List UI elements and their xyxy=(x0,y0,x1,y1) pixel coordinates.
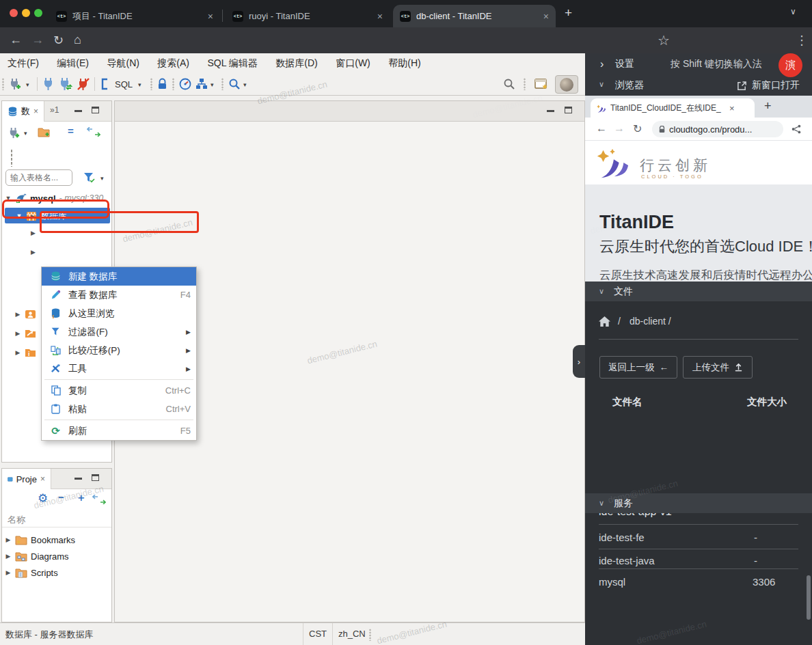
tree-expanded-icon[interactable]: ▼ xyxy=(5,195,12,202)
table-filter-input[interactable] xyxy=(5,169,72,186)
tree-node-users[interactable]: ▶ xyxy=(14,306,36,322)
tree-collapsed-icon[interactable]: ▶ xyxy=(31,230,36,236)
upload-file-button[interactable]: 上传文件 xyxy=(683,356,753,379)
browser-tab-3-active[interactable]: <t> db-client - TitanIDE × xyxy=(393,5,556,27)
menu-navigate[interactable]: 导航(N) xyxy=(99,53,146,72)
expand-side-panel-handle[interactable]: › xyxy=(573,345,585,378)
share-nodes-icon[interactable] xyxy=(791,124,801,134)
new-connection-icon[interactable] xyxy=(8,77,22,91)
new-connection-icon[interactable] xyxy=(8,126,21,139)
tree-node-bookmarks[interactable]: ▶ Bookmarks xyxy=(5,532,75,548)
minimize-panel-icon[interactable] xyxy=(75,478,82,480)
bookmark-star-icon[interactable]: ☆ xyxy=(658,32,670,49)
menu-item-view-database[interactable]: 查看 数据库 F4 xyxy=(42,286,196,304)
tree-collapsed-icon[interactable]: ▶ xyxy=(5,536,12,543)
reconnect-icon[interactable] xyxy=(59,77,72,91)
scrollbar-thumb[interactable] xyxy=(807,575,811,620)
chrome-menu-icon[interactable]: ⋮ xyxy=(796,33,808,48)
perspective-icon[interactable] xyxy=(534,78,548,90)
status-locale[interactable]: zh_CN xyxy=(338,629,366,639)
inner-address-bar[interactable]: cloudtogo.cn/produ... xyxy=(652,121,783,137)
back-icon[interactable]: ← xyxy=(596,122,607,135)
macos-zoom-button[interactable] xyxy=(34,9,42,17)
quick-search-icon[interactable] xyxy=(503,78,515,90)
tree-node-databases-selected[interactable]: ▼ 数据库 xyxy=(5,208,110,223)
browser-section-row[interactable]: ∨ 浏览器 新窗口打开 xyxy=(585,74,812,96)
tab-close-icon[interactable]: × xyxy=(377,11,383,22)
collapse-all-icon[interactable]: − xyxy=(58,491,64,503)
forward-icon[interactable]: → xyxy=(31,33,44,47)
maximize-editor-icon[interactable] xyxy=(565,107,572,113)
link-with-editor-icon[interactable] xyxy=(92,495,106,504)
settings-gear-icon[interactable]: ⚙ xyxy=(38,491,48,506)
inner-browser-tab[interactable]: TitanIDE_CloudIDE_在线IDE_ × xyxy=(591,98,755,118)
link-with-editor-icon[interactable] xyxy=(87,127,100,137)
menu-file[interactable]: 文件(F) xyxy=(0,53,46,72)
expand-all-icon[interactable]: ＋ xyxy=(76,491,86,504)
filter-dropdown-icon[interactable]: ▾ xyxy=(100,175,104,182)
menu-sql-editor[interactable]: SQL 编辑器 xyxy=(200,53,265,72)
new-connection-dropdown-icon[interactable]: ▾ xyxy=(26,81,29,88)
user-account-button[interactable] xyxy=(555,75,578,94)
new-folder-icon[interactable] xyxy=(38,126,51,138)
tree-expanded-icon[interactable]: ▼ xyxy=(16,212,23,219)
filter-funnel-icon[interactable] xyxy=(83,171,95,184)
dashboard-gauge-icon[interactable] xyxy=(179,78,191,90)
menu-item-copy[interactable]: 复制 Ctrl+C xyxy=(42,381,196,400)
open-new-window-label[interactable]: 新窗口打开 xyxy=(752,79,800,92)
menu-item-compare-migrate[interactable]: 比较/迁移(P) ▶ xyxy=(42,341,196,359)
more-views-indicator[interactable]: »1 xyxy=(50,105,59,115)
reload-icon[interactable]: ↻ xyxy=(633,122,642,135)
tree-collapsed-icon[interactable]: ▶ xyxy=(5,553,12,560)
macos-close-button[interactable] xyxy=(10,9,18,17)
tree-collapsed-icon[interactable]: ▶ xyxy=(14,311,21,318)
maximize-panel-icon[interactable] xyxy=(92,474,99,481)
tree-node-system-info[interactable]: ▶ i xyxy=(14,344,36,361)
tab-close-icon[interactable]: × xyxy=(208,11,213,22)
menu-edit[interactable]: 编辑(E) xyxy=(49,53,96,72)
home-icon[interactable]: ⌂ xyxy=(74,33,81,47)
browser-tab-1[interactable]: <t> 项目 - TitanIDE × xyxy=(49,5,220,27)
back-icon[interactable]: ← xyxy=(10,33,22,47)
tab-close-icon[interactable]: × xyxy=(40,474,45,484)
home-icon[interactable] xyxy=(599,316,610,327)
new-tab-button[interactable]: + xyxy=(565,5,572,20)
tab-database-navigator[interactable]: 数 × xyxy=(2,101,44,122)
menu-search[interactable]: 搜索(A) xyxy=(150,53,197,72)
menu-help[interactable]: 帮助(H) xyxy=(381,53,428,72)
tree-node-diagrams[interactable]: ▶ Diagrams xyxy=(5,548,69,564)
new-connection-dropdown-icon[interactable]: ▾ xyxy=(24,130,27,137)
collapse-all-icon[interactable]: = xyxy=(68,125,74,137)
search-dropdown-icon[interactable]: ▾ xyxy=(243,81,247,88)
sql-mode-dropdown-icon[interactable]: ▾ xyxy=(138,81,141,88)
menu-item-browse-from-here[interactable]: 从这里浏览 xyxy=(42,304,196,322)
tree-node-mysql[interactable]: ▼ mysql - mysql:330 xyxy=(5,190,121,206)
menu-item-create-database[interactable]: 新建 数据库 xyxy=(42,267,196,286)
inner-new-tab-icon[interactable]: + xyxy=(764,99,772,113)
demo-badge[interactable]: 演 xyxy=(779,53,802,77)
disconnect-icon[interactable] xyxy=(77,77,90,91)
tree-node-administer[interactable]: ▶ xyxy=(14,325,36,342)
breadcrumb-path[interactable]: db-client / xyxy=(630,316,671,327)
forward-icon[interactable]: → xyxy=(614,122,625,135)
tab-projects[interactable]: Proje × xyxy=(2,469,51,489)
name-column-header[interactable]: 名称 xyxy=(2,511,111,527)
tree-collapsed-icon[interactable]: ▶ xyxy=(31,249,36,256)
tree-node-scripts[interactable]: ▶ Scripts xyxy=(5,564,58,581)
menu-database[interactable]: 数据库(D) xyxy=(268,53,325,72)
go-up-button[interactable]: 返回上一级 ← xyxy=(599,356,677,379)
transaction-mode-icon[interactable] xyxy=(100,78,111,90)
status-timezone[interactable]: CST xyxy=(309,629,327,639)
menu-item-tools[interactable]: 工具 ▶ xyxy=(42,359,196,378)
services-section-header[interactable]: ∨ 服务 xyxy=(585,493,812,513)
minimize-editor-icon[interactable] xyxy=(547,110,554,112)
tree-collapsed-icon[interactable]: ▶ xyxy=(14,349,21,356)
browser-tab-2[interactable]: <t> ruoyi - TitanIDE × xyxy=(226,5,390,27)
lock-icon[interactable] xyxy=(157,78,167,90)
macos-minimize-button[interactable] xyxy=(22,9,30,17)
sql-mode-label[interactable]: SQL xyxy=(115,79,133,90)
tab-close-icon[interactable]: × xyxy=(543,11,549,22)
er-diagram-dropdown-icon[interactable]: ▾ xyxy=(211,81,214,88)
tab-search-chevron-icon[interactable]: ∨ xyxy=(790,7,796,16)
er-diagram-icon[interactable] xyxy=(195,78,208,90)
